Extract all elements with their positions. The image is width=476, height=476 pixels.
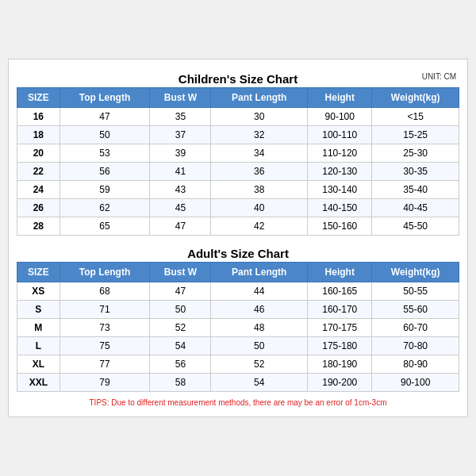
data-cell: 30-35 xyxy=(372,163,459,181)
data-cell: 56 xyxy=(60,163,150,181)
data-cell: 73 xyxy=(60,319,150,337)
table-row: 24594338130-14035-40 xyxy=(17,181,459,199)
table-row: XL775652180-19080-90 xyxy=(17,355,459,374)
table-row: 18503732100-11015-25 xyxy=(17,126,459,144)
table-row: S715046160-17055-60 xyxy=(17,301,459,319)
data-cell: 41 xyxy=(150,163,211,181)
data-cell: 55-60 xyxy=(372,301,459,319)
data-cell: 44 xyxy=(211,282,308,301)
table-row: 22564136120-13030-35 xyxy=(17,163,459,181)
children-title-text: Children's Size Chart xyxy=(178,72,298,86)
size-cell: XS xyxy=(17,282,60,301)
data-cell: 40 xyxy=(211,199,308,217)
size-cell: 24 xyxy=(17,181,60,199)
unit-label: UNIT: CM xyxy=(422,72,456,81)
size-cell: 20 xyxy=(17,144,60,163)
data-cell: 45-50 xyxy=(372,217,459,236)
table-row: 20533934110-12025-30 xyxy=(17,144,459,163)
size-cell: XXL xyxy=(17,374,60,392)
data-cell: 75 xyxy=(60,337,150,355)
data-cell: 35 xyxy=(150,108,211,126)
data-cell: 120-130 xyxy=(308,163,372,181)
adults-col-size: SIZE xyxy=(17,263,60,282)
data-cell: 35-40 xyxy=(372,181,459,199)
data-cell: 47 xyxy=(150,217,211,236)
data-cell: 68 xyxy=(60,282,150,301)
data-cell: 54 xyxy=(150,337,211,355)
adults-header-row: SIZE Top Length Bust W Pant Length Heigh… xyxy=(17,263,459,282)
data-cell: 36 xyxy=(211,163,308,181)
adults-section-title: Adult's Size Chart xyxy=(17,242,459,262)
data-cell: 100-110 xyxy=(308,126,372,144)
children-header-row: SIZE Top Length Bust W Pant Length Heigh… xyxy=(17,88,459,108)
data-cell: 160-165 xyxy=(308,282,372,301)
chart-container: Children's Size Chart UNIT: CM SIZE Top … xyxy=(8,59,468,417)
data-cell: 47 xyxy=(150,282,211,301)
data-cell: 52 xyxy=(211,355,308,374)
size-cell: L xyxy=(17,337,60,355)
data-cell: 62 xyxy=(60,199,150,217)
data-cell: 65 xyxy=(60,217,150,236)
data-cell: 59 xyxy=(60,181,150,199)
data-cell: 71 xyxy=(60,301,150,319)
data-cell: 25-30 xyxy=(372,144,459,163)
data-cell: <15 xyxy=(372,108,459,126)
data-cell: 170-175 xyxy=(308,319,372,337)
data-cell: 50-55 xyxy=(372,282,459,301)
data-cell: 50 xyxy=(150,301,211,319)
size-cell: 28 xyxy=(17,217,60,236)
data-cell: 42 xyxy=(211,217,308,236)
data-cell: 180-190 xyxy=(308,355,372,374)
children-col-top-length: Top Length xyxy=(60,88,150,108)
children-col-pant-length: Pant Length xyxy=(211,88,308,108)
size-cell: S xyxy=(17,301,60,319)
data-cell: 50 xyxy=(60,126,150,144)
data-cell: 140-150 xyxy=(308,199,372,217)
table-row: 28654742150-16045-50 xyxy=(17,217,459,236)
children-col-height: Height xyxy=(308,88,372,108)
data-cell: 39 xyxy=(150,144,211,163)
data-cell: 110-120 xyxy=(308,144,372,163)
data-cell: 50 xyxy=(211,337,308,355)
data-cell: 77 xyxy=(60,355,150,374)
data-cell: 80-90 xyxy=(372,355,459,374)
data-cell: 90-100 xyxy=(372,374,459,392)
data-cell: 56 xyxy=(150,355,211,374)
data-cell: 43 xyxy=(150,181,211,199)
data-cell: 79 xyxy=(60,374,150,392)
data-cell: 37 xyxy=(150,126,211,144)
data-cell: 15-25 xyxy=(372,126,459,144)
size-cell: M xyxy=(17,319,60,337)
adults-col-bust-w: Bust W xyxy=(150,263,211,282)
adults-table: SIZE Top Length Bust W Pant Length Heigh… xyxy=(17,262,459,392)
size-cell: XL xyxy=(17,355,60,374)
data-cell: 175-180 xyxy=(308,337,372,355)
data-cell: 34 xyxy=(211,144,308,163)
size-cell: 18 xyxy=(17,126,60,144)
data-cell: 40-45 xyxy=(372,199,459,217)
data-cell: 53 xyxy=(60,144,150,163)
size-cell: 16 xyxy=(17,108,60,126)
table-row: L755450175-18070-80 xyxy=(17,337,459,355)
data-cell: 70-80 xyxy=(372,337,459,355)
data-cell: 46 xyxy=(211,301,308,319)
data-cell: 52 xyxy=(150,319,211,337)
data-cell: 60-70 xyxy=(372,319,459,337)
table-row: 26624540140-15040-45 xyxy=(17,199,459,217)
tips-text: TIPS: Due to different measurement metho… xyxy=(17,397,459,409)
children-col-weight: Weight(kg) xyxy=(372,88,459,108)
data-cell: 38 xyxy=(211,181,308,199)
data-cell: 58 xyxy=(150,374,211,392)
size-cell: 22 xyxy=(17,163,60,181)
size-cell: 26 xyxy=(17,199,60,217)
adults-col-pant-length: Pant Length xyxy=(211,263,308,282)
adults-col-top-length: Top Length xyxy=(60,263,150,282)
table-row: 1647353090-100<15 xyxy=(17,108,459,126)
children-col-size: SIZE xyxy=(17,88,60,108)
adults-title-text: Adult's Size Chart xyxy=(187,247,289,260)
data-cell: 45 xyxy=(150,199,211,217)
data-cell: 54 xyxy=(211,374,308,392)
data-cell: 160-170 xyxy=(308,301,372,319)
data-cell: 130-140 xyxy=(308,181,372,199)
adults-col-height: Height xyxy=(308,263,372,282)
